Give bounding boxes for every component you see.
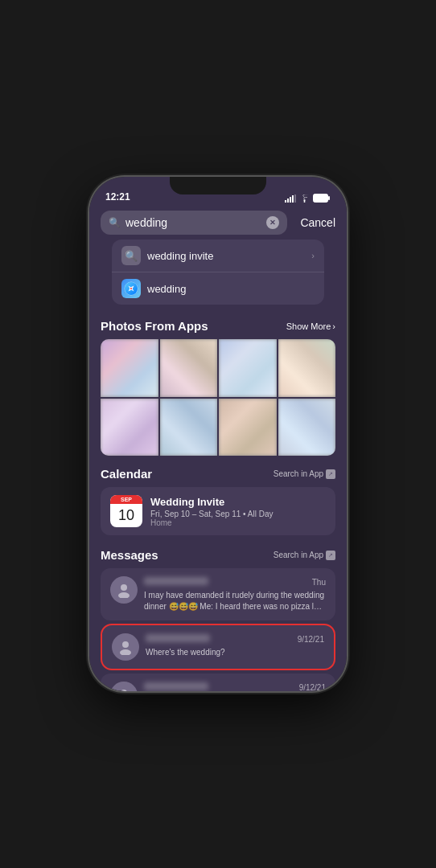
svg-rect-1	[287, 199, 289, 203]
calendar-icon: SEP 10	[110, 495, 142, 527]
svg-point-17	[121, 690, 127, 691]
search-query: wedding	[125, 216, 261, 229]
calendar-event-title: Wedding Invite	[150, 496, 326, 508]
svg-point-16	[120, 649, 131, 655]
sender-blur-0	[144, 577, 208, 585]
status-time: 12:21	[105, 191, 130, 203]
avatar-2	[110, 682, 138, 691]
suggestion-text-0: wedding invite	[147, 250, 305, 262]
search-cancel-button[interactable]: Cancel	[294, 216, 335, 229]
svg-point-14	[118, 592, 130, 598]
svg-point-13	[121, 584, 127, 591]
suggestion-wedding[interactable]: wedding	[112, 272, 324, 305]
messages-section: Messages Search in App ↗	[89, 542, 347, 691]
calendar-search-in-app[interactable]: Search in App ↗	[274, 469, 335, 479]
calendar-section: Calendar Search in App ↗ SEP 10 Wedding …	[89, 461, 347, 542]
message-top-1: 9/12/21	[146, 633, 324, 645]
photo-6[interactable]	[219, 399, 277, 457]
message-card-0[interactable]: Thu I may have demanded it rudely during…	[101, 568, 335, 620]
suggestion-search-icon: 🔍	[121, 246, 141, 265]
battery-icon	[313, 194, 331, 203]
svg-rect-8	[315, 195, 327, 202]
photo-5[interactable]	[160, 399, 218, 457]
photos-section: Photos From Apps Show More ›	[89, 311, 347, 461]
message-card-2[interactable]: 9/12/21 Did Matthew ever respond about t…	[101, 674, 335, 691]
photos-section-header: Photos From Apps Show More ›	[101, 319, 335, 333]
scroll-content[interactable]: Photos From Apps Show More ›	[89, 311, 347, 691]
photo-0[interactable]	[101, 339, 158, 397]
photo-1[interactable]	[160, 339, 218, 397]
avatar-1	[112, 633, 139, 661]
message-sender-1	[146, 633, 291, 645]
notch	[170, 177, 266, 194]
message-time-1: 9/12/21	[298, 635, 324, 644]
photos-show-more[interactable]: Show More ›	[286, 321, 335, 331]
calendar-day: 10	[110, 504, 142, 527]
calendar-event-date: Fri, Sep 10 – Sat, Sep 11 • All Day	[150, 510, 326, 518]
wifi-icon	[299, 194, 310, 203]
sender-blur-2	[144, 682, 208, 690]
svg-rect-3	[292, 195, 294, 203]
message-top-0: Thu	[144, 576, 326, 588]
message-content-0: Thu I may have demanded it rudely during…	[144, 576, 326, 612]
signal-icon	[285, 194, 296, 203]
phone-screen: 12:21	[89, 177, 347, 691]
phone-frame: 12:21	[89, 177, 347, 691]
photo-7[interactable]	[278, 399, 336, 457]
suggestions-container: 🔍 wedding invite ›	[89, 240, 347, 311]
svg-point-5	[304, 201, 306, 203]
svg-point-15	[122, 641, 129, 648]
calendar-event-location: Home	[150, 518, 326, 527]
message-time-0: Thu	[312, 578, 326, 587]
messages-title: Messages	[101, 548, 158, 562]
photo-4[interactable]	[101, 399, 158, 457]
svg-rect-7	[328, 196, 330, 200]
calendar-header: Calendar Search in App ↗	[101, 467, 335, 481]
message-card-1[interactable]: 9/12/21 Where's the wedding?	[101, 624, 335, 670]
calendar-app-icon: ↗	[326, 469, 335, 479]
svg-rect-2	[290, 197, 291, 203]
photo-2[interactable]	[219, 339, 277, 397]
calendar-event-card[interactable]: SEP 10 Wedding Invite Fri, Sep 10 – Sat,…	[101, 487, 335, 535]
message-sender-2	[144, 682, 293, 691]
search-icon: 🔍	[109, 217, 121, 228]
message-preview-1: Where's the wedding?	[146, 647, 324, 658]
suggestion-chevron-0: ›	[311, 251, 315, 260]
calendar-month: SEP	[110, 495, 142, 504]
message-time-2: 9/12/21	[299, 683, 326, 692]
svg-rect-0	[285, 200, 286, 203]
search-clear-button[interactable]: ✕	[266, 216, 279, 229]
calendar-event-info: Wedding Invite Fri, Sep 10 – Sat, Sep 11…	[150, 496, 326, 527]
messages-app-icon: ↗	[326, 551, 335, 560]
sender-blur-1	[146, 634, 210, 642]
svg-point-12	[130, 288, 132, 289]
photos-grid	[101, 339, 335, 456]
suggestion-text-1: wedding	[147, 283, 315, 295]
photo-3[interactable]	[278, 339, 336, 397]
message-content-1: 9/12/21 Where's the wedding?	[146, 633, 324, 658]
messages-header: Messages Search in App ↗	[101, 548, 335, 562]
search-bar[interactable]: 🔍 wedding ✕	[101, 211, 287, 235]
calendar-title: Calendar	[101, 467, 152, 481]
safari-logo	[124, 281, 138, 296]
svg-rect-4	[294, 194, 296, 203]
suggestions-list: 🔍 wedding invite ›	[112, 240, 324, 305]
messages-search-in-app[interactable]: Search in App ↗	[274, 551, 335, 560]
message-content-2: 9/12/21 Did Matthew ever respond about t…	[144, 682, 326, 691]
suggestion-wedding-invite[interactable]: 🔍 wedding invite ›	[112, 240, 324, 272]
search-bar-container: 🔍 wedding ✕ Cancel	[89, 206, 347, 240]
message-top-2: 9/12/21	[144, 682, 326, 691]
message-sender-0	[144, 576, 306, 588]
avatar-0	[110, 576, 138, 604]
message-preview-0: I may have demanded it rudely during the…	[144, 590, 326, 612]
suggestion-safari-icon	[121, 279, 141, 298]
status-icons	[285, 194, 331, 203]
photos-section-title: Photos From Apps	[101, 319, 208, 333]
